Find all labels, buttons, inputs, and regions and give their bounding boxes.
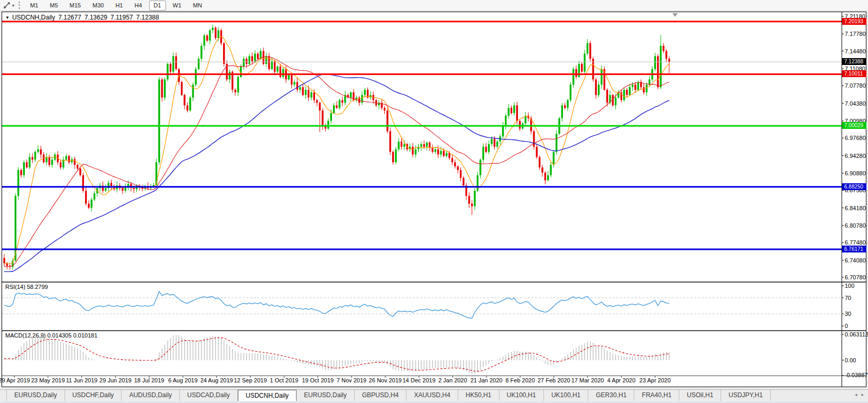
chart-tab-XAUUSD-H4[interactable]: XAUUSD,H4 (407, 390, 458, 401)
chart-tab-AUDUSD-Daily[interactable]: AUDUSD,Daily (122, 390, 180, 401)
price-line-badge: 7.20193 (842, 18, 866, 25)
ohlc-close: 7.12388 (136, 14, 159, 21)
timeframe-button-M1[interactable]: M1 (25, 1, 43, 11)
timeframe-button-M30[interactable]: M30 (88, 1, 108, 11)
date-label: 23 Apr 2020 (633, 377, 677, 383)
tab-scroll-left-icon[interactable]: ◂ (855, 392, 857, 397)
chart-window[interactable]: ▼USDCNH,Daily7.126777.136297.119577.1238… (2, 12, 866, 387)
timeframe-button-group: M1M5M15M30H1H4D1W1MN (24, 1, 208, 11)
price-tick-label: 7.04380 (845, 100, 866, 107)
price-tick-label: 7.07780 (845, 82, 866, 89)
chart-tab-USDCHF-Daily[interactable]: USDCHF,Daily (65, 390, 122, 401)
chart-title: ▼USDCNH,Daily7.126777.136297.119577.1238… (5, 14, 159, 21)
price-tick-label: 6.94280 (845, 153, 866, 159)
timeframe-button-H4[interactable]: H4 (130, 1, 146, 11)
rsi-level-label: 70 (845, 295, 851, 301)
rsi-level-label: 100 (845, 283, 854, 289)
chart-tab-HK50-H1[interactable]: HK50,H1 (458, 390, 500, 401)
ohlc-high: 7.13629 (85, 14, 107, 21)
macd-level-label: -0.038872 (845, 372, 868, 378)
chart-tab-EURUSD-Daily[interactable]: EURUSD,Daily (297, 390, 355, 401)
chart-tab-UK100-H1[interactable]: UK100,H1 (500, 390, 544, 401)
macd-level-label: 0.00 (845, 357, 856, 363)
crosshair-tool-icon[interactable] (3, 1, 11, 10)
top-toolbar: ▾ M1M5M15M30H1H4D1W1MN (0, 0, 868, 11)
chart-tab-GBPUSD-H4[interactable]: GBPUSD,H4 (355, 390, 407, 401)
timeframe-button-MN[interactable]: MN (188, 1, 207, 11)
chart-tab-FRA40-H1[interactable]: FRA40,H1 (634, 390, 679, 401)
price-line-badge: 6.76171 (842, 246, 866, 252)
chart-canvas (2, 12, 866, 387)
price-tick-label: 6.77480 (845, 239, 866, 246)
chart-tab-USDCAD-Daily[interactable]: USDCAD,Daily (180, 390, 238, 401)
chart-tab-GER30-H1[interactable]: GER30,H1 (588, 390, 634, 401)
chart-tab-EURUSD-Daily[interactable]: EURUSD,Daily (6, 390, 65, 401)
timeframe-button-H1[interactable]: H1 (110, 1, 127, 11)
price-tick-label: 6.84180 (845, 205, 866, 211)
chart-tab-USDJPY-H1[interactable]: USDJPY,H1 (721, 390, 770, 401)
ohlc-low: 7.11957 (110, 14, 133, 21)
price-tick-label: 6.90880 (845, 170, 866, 176)
rsi-level-label: 0 (845, 323, 848, 329)
ohlc-open: 7.12677 (58, 14, 81, 21)
toolbar-grip[interactable] (19, 2, 21, 9)
macd-label: MACD(12,26,9) 0.014305 0.010181 (5, 332, 97, 339)
chart-tab-bar: EURUSD,DailyUSDCHF,DailyAUDUSD,DailyUSDC… (0, 389, 868, 401)
price-tick-label: 6.80780 (845, 222, 866, 229)
timeframe-button-M5[interactable]: M5 (45, 1, 62, 11)
macd-level-label: 0.063113 (845, 331, 868, 338)
price-line-badge: 7.00029 (842, 122, 866, 129)
mt4-terminal: { "toolbar": { "timeframes": ["M1","M5",… (0, 0, 868, 403)
tab-scroll-right-icon[interactable]: ▸ (861, 392, 864, 397)
chart-symbol: USDCNH,Daily (12, 14, 55, 21)
chart-tab-UK100-H1[interactable]: UK100,H1 (544, 390, 588, 401)
chart-tab-USOil-H1[interactable]: USOil,H1 (679, 390, 721, 401)
price-tick-label: 7.17780 (845, 31, 866, 37)
price-tick-label: 6.97680 (845, 135, 866, 141)
price-tick-label: 7.14480 (845, 48, 866, 54)
price-tick-label: 6.74080 (845, 257, 866, 264)
current-price-badge: 7.12388 (842, 58, 866, 65)
tool-dropdown-icon[interactable]: ▾ (12, 3, 14, 8)
price-line-badge: 7.10011 (842, 70, 866, 77)
price-tick-label: 6.70780 (845, 274, 866, 280)
rsi-label: RSI(14) 58.2799 (5, 284, 48, 290)
tab-nav: ◂▸ (851, 392, 864, 397)
timeframe-button-D1[interactable]: D1 (149, 1, 166, 11)
price-line-badge: 6.88250 (842, 183, 866, 190)
chart-tab-USDCNH-Daily[interactable]: USDCNH,Daily (238, 390, 297, 401)
window-menu-icon[interactable]: ▼ (5, 15, 10, 20)
timeframe-button-W1[interactable]: W1 (168, 1, 187, 11)
rsi-level-label: 30 (845, 311, 851, 317)
timeframe-button-M15[interactable]: M15 (65, 1, 86, 11)
